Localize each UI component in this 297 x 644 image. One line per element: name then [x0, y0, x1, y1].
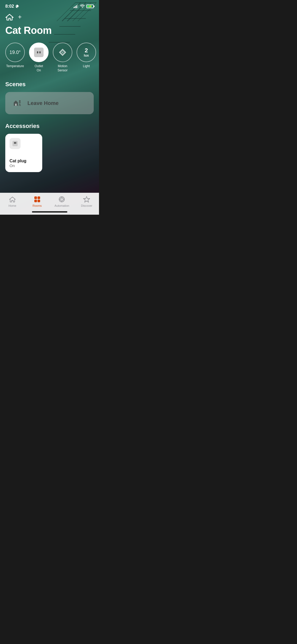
svg-rect-20 [15, 142, 16, 144]
svg-rect-23 [34, 200, 37, 202]
wifi-icon [80, 4, 85, 8]
tab-bar: Home Rooms Automation [0, 193, 99, 215]
svg-rect-18 [12, 141, 18, 146]
room-title: Cat Room [0, 24, 99, 43]
accessories-title: Accessories [0, 123, 99, 134]
tab-automation[interactable]: Automation [50, 196, 74, 207]
scenes-title: Scenes [0, 81, 99, 92]
header-nav: + [0, 11, 99, 24]
leave-home-icon [12, 97, 23, 109]
tab-automation-label: Automation [55, 204, 69, 207]
status-icons: ⚡ [74, 4, 94, 8]
cat-plug-name: Cat plug [10, 159, 38, 163]
status-time: 8:02 [5, 4, 14, 9]
tab-rooms-label: Rooms [32, 204, 42, 207]
temperature-circle: 19.0° [5, 43, 25, 62]
tab-automation-icon [58, 196, 65, 203]
accessories-section: Accessories Cat plug On [0, 123, 99, 177]
outlet-circle [29, 43, 49, 62]
svg-rect-16 [15, 104, 17, 106]
device-outlet[interactable]: Outlet On [29, 43, 49, 72]
tab-discover-label: Discover [81, 204, 92, 207]
motion-circle [53, 43, 72, 62]
device-motion[interactable]: Motion Sensor [53, 43, 72, 72]
tab-home-icon [9, 196, 16, 203]
add-button[interactable]: + [18, 14, 22, 20]
tab-rooms[interactable]: Rooms [25, 196, 50, 207]
tab-discover-icon [83, 196, 90, 203]
signal-icon [74, 4, 78, 8]
tab-home[interactable]: Home [0, 196, 25, 207]
tab-rooms-icon [34, 196, 41, 203]
devices-row: 19.0° Temperature Outlet On [0, 43, 99, 81]
cat-plug-card[interactable]: Cat plug On [5, 134, 42, 172]
cat-plug-status: On [10, 163, 38, 168]
light-circle: 2 lux [77, 43, 96, 62]
device-light[interactable]: 2 lux Light [77, 43, 96, 68]
svg-point-15 [62, 52, 63, 53]
leave-home-label: Leave Home [27, 100, 59, 106]
device-temperature[interactable]: 19.0° Temperature [5, 43, 25, 68]
svg-point-26 [60, 198, 63, 201]
battery-icon: ⚡ [86, 4, 94, 8]
outlet-icon [34, 48, 44, 57]
status-bar: 8:02 [0, 0, 99, 11]
motion-sensor-icon [58, 48, 67, 57]
svg-rect-12 [75, 6, 76, 8]
svg-marker-27 [83, 196, 90, 202]
svg-rect-11 [74, 7, 74, 8]
tab-discover[interactable]: Discover [74, 196, 99, 207]
svg-rect-21 [34, 196, 37, 199]
home-indicator [32, 211, 67, 213]
svg-rect-22 [37, 196, 40, 199]
svg-rect-13 [76, 5, 77, 8]
location-icon [15, 4, 19, 8]
svg-rect-19 [14, 142, 15, 144]
leave-home-scene[interactable]: Leave Home [5, 92, 94, 114]
scenes-section: Scenes Leave Home [0, 81, 99, 114]
cat-plug-icon [10, 138, 21, 149]
svg-rect-24 [37, 200, 40, 202]
tab-home-label: Home [8, 204, 16, 207]
home-icon[interactable] [5, 13, 14, 21]
svg-rect-14 [77, 4, 78, 8]
